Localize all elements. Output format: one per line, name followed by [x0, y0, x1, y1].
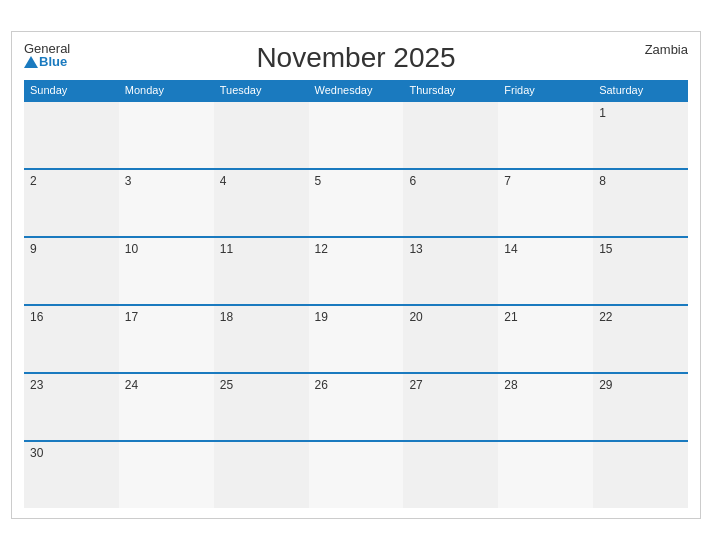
day-cell-12: 12	[309, 238, 404, 304]
day-cell-7: 7	[498, 170, 593, 236]
day-cell-29: 29	[593, 374, 688, 440]
logo: General Blue	[24, 42, 70, 68]
week-row-4: 23242526272829	[24, 372, 688, 440]
day-header-monday: Monday	[119, 80, 214, 100]
day-cell-18: 18	[214, 306, 309, 372]
day-number: 17	[125, 310, 138, 324]
day-cell-17: 17	[119, 306, 214, 372]
calendar: General Blue November 2025 Zambia Sunday…	[11, 31, 701, 519]
day-header-tuesday: Tuesday	[214, 80, 309, 100]
day-number: 26	[315, 378, 328, 392]
country-label: Zambia	[645, 42, 688, 57]
day-cell-15: 15	[593, 238, 688, 304]
day-number: 5	[315, 174, 322, 188]
day-header-wednesday: Wednesday	[309, 80, 404, 100]
day-cell-22: 22	[593, 306, 688, 372]
day-number: 11	[220, 242, 233, 256]
day-cell-20: 20	[403, 306, 498, 372]
day-cell-6: 6	[403, 170, 498, 236]
day-cell-empty	[403, 102, 498, 168]
day-number: 13	[409, 242, 422, 256]
day-cell-11: 11	[214, 238, 309, 304]
day-number: 4	[220, 174, 227, 188]
day-cell-empty	[403, 442, 498, 508]
day-cell-1: 1	[593, 102, 688, 168]
day-cell-empty	[593, 442, 688, 508]
day-cell-9: 9	[24, 238, 119, 304]
day-cell-3: 3	[119, 170, 214, 236]
day-cell-empty	[498, 102, 593, 168]
day-number: 14	[504, 242, 517, 256]
week-row-3: 16171819202122	[24, 304, 688, 372]
day-cell-empty	[498, 442, 593, 508]
day-number: 25	[220, 378, 233, 392]
day-cell-empty	[24, 102, 119, 168]
day-number: 15	[599, 242, 612, 256]
day-number: 3	[125, 174, 132, 188]
day-cell-21: 21	[498, 306, 593, 372]
day-number: 27	[409, 378, 422, 392]
day-number: 10	[125, 242, 138, 256]
day-number: 20	[409, 310, 422, 324]
week-row-0: 1	[24, 100, 688, 168]
logo-triangle-icon	[24, 56, 38, 68]
day-cell-empty	[309, 442, 404, 508]
day-cell-4: 4	[214, 170, 309, 236]
day-cell-26: 26	[309, 374, 404, 440]
day-number: 16	[30, 310, 43, 324]
day-header-sunday: Sunday	[24, 80, 119, 100]
day-cell-28: 28	[498, 374, 593, 440]
day-cell-empty	[119, 442, 214, 508]
day-number: 21	[504, 310, 517, 324]
day-number: 18	[220, 310, 233, 324]
week-row-2: 9101112131415	[24, 236, 688, 304]
day-number: 8	[599, 174, 606, 188]
day-number: 19	[315, 310, 328, 324]
day-header-friday: Friday	[498, 80, 593, 100]
calendar-grid: 1234567891011121314151617181920212223242…	[24, 100, 688, 508]
day-number: 2	[30, 174, 37, 188]
day-number: 29	[599, 378, 612, 392]
day-cell-23: 23	[24, 374, 119, 440]
day-number: 7	[504, 174, 511, 188]
day-number: 9	[30, 242, 37, 256]
day-cell-10: 10	[119, 238, 214, 304]
day-number: 23	[30, 378, 43, 392]
calendar-title: November 2025	[256, 42, 455, 74]
day-cell-8: 8	[593, 170, 688, 236]
day-cell-empty	[214, 102, 309, 168]
day-cell-19: 19	[309, 306, 404, 372]
day-number: 22	[599, 310, 612, 324]
day-cell-2: 2	[24, 170, 119, 236]
day-cell-24: 24	[119, 374, 214, 440]
day-cell-5: 5	[309, 170, 404, 236]
week-row-5: 30	[24, 440, 688, 508]
day-cell-25: 25	[214, 374, 309, 440]
day-number: 6	[409, 174, 416, 188]
day-header-thursday: Thursday	[403, 80, 498, 100]
day-number: 1	[599, 106, 606, 120]
day-number: 12	[315, 242, 328, 256]
calendar-header: General Blue November 2025 Zambia	[24, 42, 688, 74]
day-cell-empty	[309, 102, 404, 168]
day-headers-row: SundayMondayTuesdayWednesdayThursdayFrid…	[24, 80, 688, 100]
day-header-saturday: Saturday	[593, 80, 688, 100]
week-row-1: 2345678	[24, 168, 688, 236]
day-cell-empty	[214, 442, 309, 508]
day-number: 28	[504, 378, 517, 392]
day-cell-27: 27	[403, 374, 498, 440]
logo-blue-text: Blue	[24, 55, 70, 68]
day-cell-14: 14	[498, 238, 593, 304]
day-cell-16: 16	[24, 306, 119, 372]
day-cell-13: 13	[403, 238, 498, 304]
day-number: 30	[30, 446, 43, 460]
day-number: 24	[125, 378, 138, 392]
day-cell-empty	[119, 102, 214, 168]
day-cell-30: 30	[24, 442, 119, 508]
